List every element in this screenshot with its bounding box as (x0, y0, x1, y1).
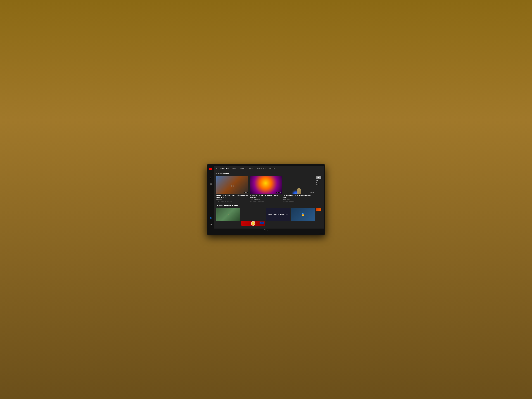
thumb-bg-gravel (216, 176, 248, 194)
video-title-gravel: DREAM BUILD GRAVEL BIKE - Genesis Datum … (216, 195, 248, 198)
video-card-athletics[interactable] (216, 208, 240, 226)
duration-gravel: 16:04 (244, 192, 248, 193)
olympic-face: 😊 (251, 221, 255, 226)
video-stats-sleep: 434K views · 2 months ago (250, 200, 282, 202)
video-thumb-5000: 5000M WOMEN'S FINAL 2019 (266, 208, 290, 221)
roku-badge: Roku TV (319, 233, 323, 234)
also-watch-video-grid: 😊 OLYMPICCHANNEL 5000M WOMEN'S FINAL 201… (216, 208, 321, 226)
video-thumb-athletics (216, 208, 240, 221)
video-card-ideas[interactable]: The BiggestIdeas in theUniverse 1:08:19 … (283, 176, 315, 202)
recommended-section-title: Recommended (216, 172, 321, 174)
thumb-bg-5000: 5000M WOMEN'S FINAL 2019 (266, 208, 290, 221)
video-thumb-sleep: 11:11:10 (250, 176, 282, 194)
recommended-video-grid: 16:04 DREAM BUILD GRAVEL BIKE - Genesis … (216, 176, 321, 202)
tab-music[interactable]: MUSIC (232, 168, 237, 170)
tab-news[interactable]: NEWS (240, 168, 245, 170)
video-title-sleep: Healing Sleep Music ★ Immune System Boos… (250, 195, 282, 198)
sidebar: ⌂ ▤ 👤 ⚙ (208, 166, 214, 228)
room-background: ⌂ ▤ 👤 ⚙ RECOMMENDED MUSIC NEWS GAMING OR… (0, 0, 532, 399)
duration-ideas: 1:08:19 (310, 192, 314, 193)
thumb-bg-sleep (250, 176, 282, 194)
video-card-sleep[interactable]: 11:11:10 Healing Sleep Music ★ Immune Sy… (250, 176, 282, 202)
thumb-bg-partial2 (316, 208, 321, 211)
video-stats-ideas: 23K views · 3 days ago (283, 200, 315, 202)
video-thumb-runner (291, 208, 315, 221)
5000-text: 5000M WOMEN'S FINAL 2019 (268, 214, 288, 215)
tab-originals[interactable]: ORIGINALS (257, 168, 266, 170)
video-card-partial2[interactable] (316, 208, 321, 226)
video-thumb-ideas: The BiggestIdeas in theUniverse 1:08:19 (283, 176, 315, 194)
video-stats-gravel: 4K 168K views · 2 months ago (216, 200, 248, 202)
video-channel-sleep: Nu Meditation Music (250, 199, 282, 200)
video-thumb-gravel: 16:04 (216, 176, 248, 194)
thumb-bg-partial: 60 (316, 176, 321, 179)
duration-sleep: 11:11:10 (276, 192, 281, 193)
tab-gaming[interactable]: GAMING (248, 168, 254, 170)
tv-screen: ⌂ ▤ 👤 ⚙ RECOMMENDED MUSIC NEWS GAMING OR… (208, 166, 324, 228)
video-card-partial[interactable]: 60 600 R8™ That I 34K v (316, 176, 321, 202)
sidebar-item-home[interactable]: ⌂ (209, 176, 212, 179)
thumb-bg-athletics (216, 208, 240, 221)
video-title-partial: 600 R8™ (316, 180, 321, 183)
tab-movies[interactable]: MOVIES (269, 168, 275, 170)
video-title-ideas: The Biggest Ideas in the Universe | 12. … (283, 195, 315, 198)
video-channel-partial: That I (316, 184, 321, 185)
tv-brand-bar: TCL (208, 228, 324, 231)
video-card-gravel[interactable]: 16:04 DREAM BUILD GRAVEL BIKE - Genesis … (216, 176, 248, 202)
also-watch-section-title: TFJumps viewers also watch... (216, 204, 321, 206)
video-channel-gravel: Gee Milner (216, 199, 248, 200)
video-thumb-olympic: 😊 OLYMPICCHANNEL (241, 208, 265, 226)
tv-frame: ⌂ ▤ 👤 ⚙ RECOMMENDED MUSIC NEWS GAMING OR… (207, 164, 325, 235)
video-thumb-partial2 (316, 208, 321, 211)
thumb-bg-olympic: 😊 OLYMPICCHANNEL (241, 221, 265, 226)
video-thumb-partial: 60 (316, 176, 321, 179)
sidebar-item-settings[interactable]: ⚙ (209, 223, 212, 226)
tv-brand-label: TCL (264, 229, 268, 231)
video-card-5000[interactable]: 5000M WOMEN'S FINAL 2019 (266, 208, 290, 226)
sidebar-item-folder[interactable]: ▤ (209, 183, 212, 186)
video-card-runner[interactable] (291, 208, 315, 226)
thumb-bg-runner (291, 208, 315, 221)
main-content: RECOMMENDED MUSIC NEWS GAMING ORIGINALS … (214, 166, 324, 228)
tab-recommended[interactable]: RECOMMENDED (216, 168, 229, 170)
video-card-olympic[interactable]: 😊 OLYMPICCHANNEL (241, 208, 265, 226)
sidebar-item-user[interactable]: 👤 (209, 216, 212, 220)
olympic-channel-badge: OLYMPICCHANNEL (260, 222, 264, 224)
video-channel-ideas: Sean Carroll (283, 199, 315, 200)
nav-tabs: RECOMMENDED MUSIC NEWS GAMING ORIGINALS … (216, 168, 321, 170)
video-stats-partial: 34K v (316, 185, 321, 187)
youtube-logo (209, 168, 212, 170)
